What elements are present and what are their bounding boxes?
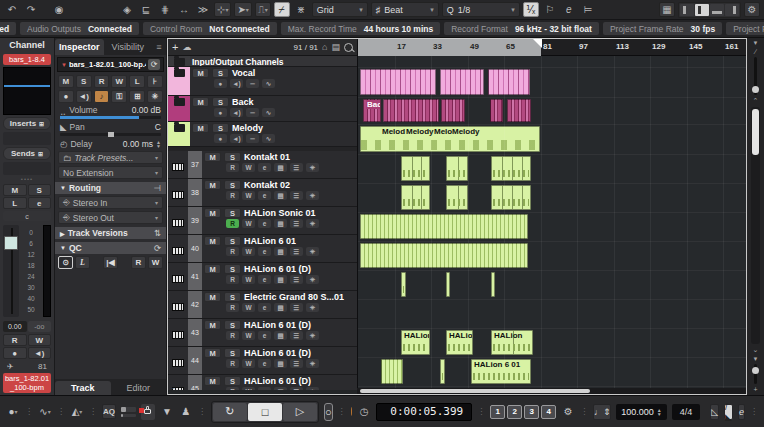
write-button[interactable]: W bbox=[242, 359, 255, 368]
clip[interactable] bbox=[381, 359, 403, 384]
channel-record-icon[interactable]: ● bbox=[3, 347, 27, 359]
tempo-stepper[interactable]: ▲▼ bbox=[657, 408, 662, 416]
input-routing-dropdown[interactable]: ⎆Stereo In▾ bbox=[58, 196, 163, 209]
volume-value[interactable]: 0.00 dB bbox=[132, 105, 161, 115]
pan-slider[interactable] bbox=[60, 133, 161, 136]
qc-write-button[interactable]: W bbox=[148, 256, 163, 269]
qc-read-button[interactable]: R bbox=[131, 256, 146, 269]
inspector-mute-button[interactable]: M bbox=[58, 75, 74, 88]
write-button[interactable]: W bbox=[242, 247, 255, 256]
events-icon[interactable]: ☰ bbox=[290, 331, 303, 340]
lock-icon[interactable]: ⚿ bbox=[111, 90, 127, 103]
freeze-icon[interactable]: ✳ bbox=[147, 90, 163, 103]
edit-channel-icon[interactable]: e bbox=[258, 163, 271, 172]
read-button[interactable]: R bbox=[226, 163, 239, 172]
automation-icon[interactable]: ∿ bbox=[262, 108, 275, 117]
undo-icon[interactable]: ↶ bbox=[4, 2, 20, 17]
audio-quantize-button[interactable]: AQ bbox=[102, 404, 116, 419]
events-icon[interactable]: ☰ bbox=[290, 359, 303, 368]
instrument-icon[interactable]: ▤ bbox=[274, 275, 287, 284]
track-mute-button[interactable]: M bbox=[204, 376, 221, 386]
track-row[interactable]: 44MSHALion 6 01 (D)RWe▤☰✳ bbox=[168, 347, 357, 375]
qc-reset-icon[interactable]: |◀ bbox=[103, 256, 118, 269]
horizontal-scrollbar[interactable] bbox=[357, 388, 746, 394]
group-icon[interactable]: ═ bbox=[246, 108, 259, 117]
monitor-icon[interactable]: ◄) bbox=[230, 134, 243, 143]
search-track-icon[interactable] bbox=[344, 43, 353, 52]
write-button[interactable]: W bbox=[242, 275, 255, 284]
track-row[interactable]: 38MSKontakt 02RWe▤☰✳ bbox=[168, 179, 357, 207]
status-item[interactable]: Control RoomNot Connected bbox=[143, 22, 277, 35]
qc-power-icon[interactable]: ⊙ bbox=[58, 256, 73, 269]
auto-fades-icon[interactable]: ⊦ bbox=[147, 75, 163, 88]
track-versions-section-header[interactable]: ▶Track Versions⇅ bbox=[55, 227, 166, 239]
read-button[interactable]: R bbox=[226, 331, 239, 340]
marker-button[interactable]: 3 bbox=[524, 405, 539, 419]
time-signature[interactable]: 4/4 bbox=[672, 404, 701, 420]
delay-value[interactable]: 0.00 ms bbox=[123, 139, 153, 149]
track-solo-button[interactable]: S bbox=[224, 348, 241, 358]
draw-tool-icon[interactable]: ➤ ▾ bbox=[234, 2, 251, 17]
track-row[interactable]: 41MSHALion 6 01 (D)RWe▤☰✳ bbox=[168, 263, 357, 291]
precount-icon[interactable]: /◣ bbox=[724, 404, 733, 420]
grid-value-dropdown[interactable]: ♯ Beat▾ bbox=[371, 2, 439, 17]
output-routing-dropdown[interactable]: ⎆Stereo Out▾ bbox=[58, 211, 163, 224]
scroll-up-icon[interactable]: ⌃ bbox=[753, 97, 759, 105]
routing-section-header[interactable]: ▼Routing⊣ bbox=[55, 182, 166, 194]
clip[interactable] bbox=[360, 243, 528, 268]
track-list-display-icon[interactable]: ▤ bbox=[331, 42, 340, 52]
channel-edit-button[interactable]: e bbox=[28, 197, 52, 209]
lower-zone-toggle-icon[interactable] bbox=[710, 4, 724, 16]
cycle-button[interactable]: ↻ bbox=[213, 403, 247, 421]
track-row[interactable]: 40MSHALion 6 01RWe▤☰✳ bbox=[168, 235, 357, 263]
track-mute-button[interactable]: M bbox=[192, 97, 209, 107]
clip[interactable]: MelodMelodyMeloMelody bbox=[360, 126, 540, 152]
instrument-icon[interactable]: ▤ bbox=[274, 359, 287, 368]
horizontal-scroll-thumb[interactable] bbox=[360, 389, 590, 393]
track-row[interactable]: 45MSHALion 6 01 (D)RWe▤☰✳ bbox=[168, 375, 357, 390]
line-tool-icon[interactable]: ⎍ ▾ bbox=[255, 2, 271, 17]
clip[interactable] bbox=[446, 272, 450, 297]
status-item[interactable]: Max. Record Time44 hours 10 mins bbox=[281, 22, 440, 35]
inspector-read-button[interactable]: R bbox=[94, 75, 110, 88]
play-button[interactable]: ▷ bbox=[283, 403, 317, 421]
group-icon[interactable]: ═ bbox=[246, 79, 259, 88]
track-color-strip[interactable] bbox=[168, 122, 190, 146]
quantize-panel-icon[interactable]: e bbox=[561, 2, 577, 17]
punch-filter-icon[interactable]: ▼ bbox=[160, 404, 174, 420]
track-solo-button[interactable]: S bbox=[212, 97, 229, 107]
inspector-listen-button[interactable]: L bbox=[129, 75, 145, 88]
track-solo-button[interactable]: S bbox=[224, 180, 241, 190]
channel-write-button[interactable]: W bbox=[28, 334, 52, 346]
volume-fader[interactable] bbox=[3, 225, 19, 317]
inspector-solo-button[interactable]: S bbox=[76, 75, 92, 88]
channel-monitor-icon[interactable]: ◄) bbox=[28, 347, 52, 359]
vertical-zoom-slider[interactable] bbox=[754, 57, 757, 95]
clip[interactable] bbox=[446, 156, 468, 181]
events-icon[interactable]: ☰ bbox=[290, 163, 303, 172]
status-item[interactable]: Audio InputsConnected bbox=[0, 22, 16, 35]
clip[interactable] bbox=[401, 272, 406, 297]
read-button[interactable]: R bbox=[226, 219, 239, 228]
vertical-scrollbar[interactable] bbox=[751, 107, 760, 344]
autoscroll-icon[interactable]: ≫ bbox=[195, 2, 211, 17]
record-enable-icon[interactable]: ● bbox=[214, 108, 227, 117]
track-row[interactable]: 37MSKontakt 01RWe▤☰✳ bbox=[168, 151, 357, 179]
audio-alignment-icon[interactable]: ⊨ bbox=[580, 2, 596, 17]
instrument-icon[interactable]: ▤ bbox=[274, 247, 287, 256]
write-button[interactable]: W bbox=[242, 163, 255, 172]
freeze-icon[interactable]: ✳ bbox=[306, 387, 319, 390]
record-enable-icon[interactable]: ● bbox=[58, 90, 74, 103]
track-mute-button[interactable]: M bbox=[192, 68, 209, 78]
clip[interactable] bbox=[440, 69, 484, 95]
inspector-track-title[interactable]: ▼ bars_1-82.01_100-bp.4 ⟳ bbox=[57, 57, 164, 72]
write-button[interactable]: W bbox=[242, 331, 255, 340]
clip[interactable] bbox=[490, 99, 503, 122]
stop-button[interactable]: □ bbox=[248, 403, 282, 421]
snap-type-icon[interactable]: ⋇ bbox=[293, 2, 309, 17]
read-button[interactable]: R bbox=[226, 303, 239, 312]
clip[interactable] bbox=[440, 359, 445, 384]
volume-slider[interactable] bbox=[60, 116, 161, 119]
lane-display-icon[interactable]: ⊞ bbox=[129, 90, 145, 103]
pan-value[interactable]: C bbox=[155, 122, 161, 132]
